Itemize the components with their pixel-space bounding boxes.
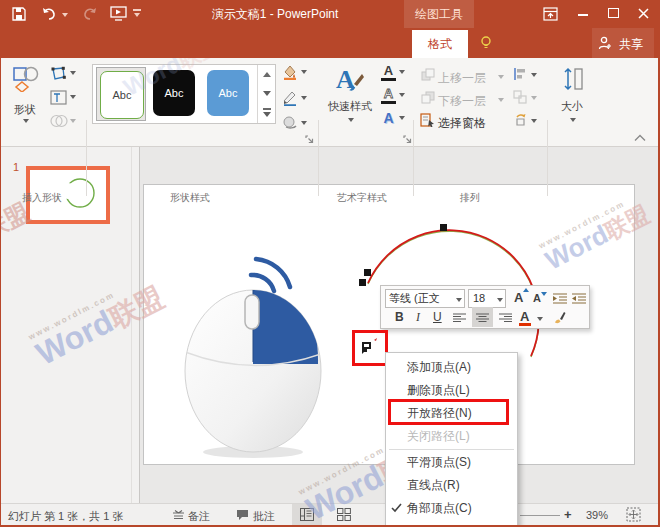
undo-dropdown-icon[interactable] [62, 13, 68, 20]
size-button[interactable]: 大小 [552, 62, 592, 126]
save-icon[interactable] [12, 7, 26, 21]
close-button[interactable] [638, 8, 649, 19]
shape-fill-icon[interactable] [282, 64, 298, 80]
align-objects-icon[interactable] [513, 67, 527, 81]
font-name-select[interactable]: 等线 (正文 [385, 289, 465, 308]
font-color-swatch [519, 323, 531, 326]
redo-icon [82, 7, 97, 21]
selection-pane-icon[interactable] [420, 113, 435, 127]
shapes-button[interactable]: 形状 [4, 62, 46, 126]
font-size-dropdown-icon[interactable] [497, 298, 503, 305]
ribbon: 形状 插入形状 Abc Abc Abc [0, 58, 660, 147]
shape-outline-icon[interactable] [282, 90, 298, 106]
tab-format[interactable]: 格式 [412, 30, 468, 58]
text-effects-letter: A [383, 110, 393, 126]
align-left-icon[interactable] [453, 313, 466, 323]
zoom-level[interactable]: 39% [586, 509, 608, 521]
zoom-slider[interactable] [520, 515, 560, 516]
normal-view-button[interactable] [292, 504, 322, 525]
gallery-more-icon[interactable] [263, 112, 271, 121]
text-fill-dropdown-icon[interactable] [399, 70, 405, 77]
comments-button[interactable]: 批注 [253, 509, 275, 524]
bold-button[interactable]: B [395, 310, 404, 324]
slide-number: 1 [13, 161, 19, 173]
quick-styles-button[interactable]: A 快速样式 [326, 62, 374, 126]
insert-shapes-group-label: 插入形状 [8, 191, 76, 205]
text-box-icon[interactable] [50, 90, 67, 105]
send-backward-dropdown-icon [498, 98, 504, 105]
tellme-lightbulb-icon [480, 36, 492, 50]
italic-button[interactable]: I [416, 310, 420, 325]
menu-item-add-vertex[interactable]: 添加顶点(A) [386, 356, 517, 379]
grow-font-button[interactable]: A [514, 290, 523, 305]
rotate-dropdown-icon[interactable] [531, 119, 537, 126]
shape-outline-dropdown-icon[interactable] [301, 96, 307, 103]
zoom-in-button[interactable]: + [564, 507, 572, 522]
edit-shape-icon[interactable] [50, 66, 67, 81]
size-dropdown-icon [570, 118, 576, 125]
group-objects-icon [513, 90, 527, 104]
text-outline-icon[interactable]: A [381, 87, 396, 104]
shape-style-gallery: Abc Abc Abc [92, 64, 276, 124]
gallery-more-bar[interactable] [263, 108, 271, 110]
bring-forward-icon [421, 68, 435, 81]
format-painter-icon[interactable] [550, 309, 566, 325]
shapes-dropdown-icon [23, 119, 29, 126]
text-effects-icon[interactable]: A [381, 110, 396, 126]
shape-fill-dropdown-icon[interactable] [301, 70, 307, 77]
shrink-font-button[interactable]: A [533, 292, 541, 304]
merge-shapes-icon [50, 114, 68, 128]
font-color-button[interactable]: A [520, 309, 529, 324]
text-fill-icon[interactable]: A [381, 64, 396, 81]
menu-item-straight-point[interactable]: 直线点(R) [386, 474, 517, 497]
shapes-icon [12, 66, 40, 92]
shape-style-preset-3[interactable]: Abc [204, 67, 254, 121]
gallery-up-icon[interactable] [263, 72, 271, 77]
qat-customize-arrow-icon[interactable] [134, 13, 140, 20]
shape-style-preset-1[interactable]: Abc [96, 67, 146, 121]
size-icon [562, 66, 584, 92]
shape-style-preset-2[interactable]: Abc [150, 67, 200, 121]
bring-forward-button: 上移一层 [438, 70, 486, 87]
menu-item-smooth-point[interactable]: 平滑顶点(S) [386, 451, 517, 474]
start-slideshow-icon[interactable] [110, 6, 127, 21]
comments-icon [236, 509, 249, 521]
font-size-select[interactable]: 18 [468, 289, 506, 308]
arrange-group-label: 排列 [445, 191, 495, 205]
gallery-down-icon[interactable] [263, 91, 271, 100]
notes-button[interactable]: 备注 [188, 509, 210, 524]
increase-indent-icon[interactable] [572, 293, 586, 304]
maximize-button[interactable] [608, 8, 619, 18]
edit-shape-dropdown-icon[interactable] [70, 71, 76, 78]
vertex-edit-cursor-icon [360, 338, 378, 356]
underline-button[interactable]: U [433, 310, 442, 324]
align-center-icon[interactable] [476, 313, 489, 323]
text-box-dropdown-icon[interactable] [70, 95, 76, 102]
mini-toolbar: 等线 (正文 18 A A B I U A [380, 285, 590, 329]
text-outline-dropdown-icon[interactable] [399, 93, 405, 100]
undo-icon[interactable] [42, 7, 57, 21]
selection-pane-button[interactable]: 选择窗格 [438, 115, 486, 132]
collapse-ribbon-icon[interactable] [634, 134, 646, 142]
align-dropdown-icon[interactable] [531, 73, 537, 80]
font-color-dropdown-icon[interactable] [537, 317, 543, 324]
slide-sorter-view-button[interactable] [330, 504, 358, 525]
decrease-indent-icon[interactable] [553, 293, 567, 304]
ribbon-display-options-icon[interactable] [543, 7, 558, 21]
fit-to-window-icon[interactable] [626, 507, 641, 522]
align-right-icon[interactable] [499, 313, 512, 323]
text-effects-dropdown-icon[interactable] [399, 116, 405, 123]
menu-item-corner-point[interactable]: 角部顶点(C) [386, 497, 517, 520]
quick-styles-label: 快速样式 [324, 99, 376, 114]
wordart-dialog-launcher-icon[interactable] [403, 135, 412, 144]
quick-styles-icon: A [334, 64, 366, 94]
share-button[interactable]: 共享 [612, 30, 650, 58]
font-size-value: 18 [469, 292, 485, 304]
shape-effects-icon[interactable] [282, 116, 298, 130]
qat-customize-icon[interactable] [133, 9, 141, 11]
font-name-dropdown-icon[interactable] [456, 298, 462, 305]
shape-styles-dialog-launcher-icon[interactable] [305, 135, 314, 144]
shape-effects-dropdown-icon[interactable] [301, 121, 307, 128]
minimize-button[interactable] [578, 14, 588, 16]
rotate-objects-icon[interactable] [513, 113, 527, 127]
